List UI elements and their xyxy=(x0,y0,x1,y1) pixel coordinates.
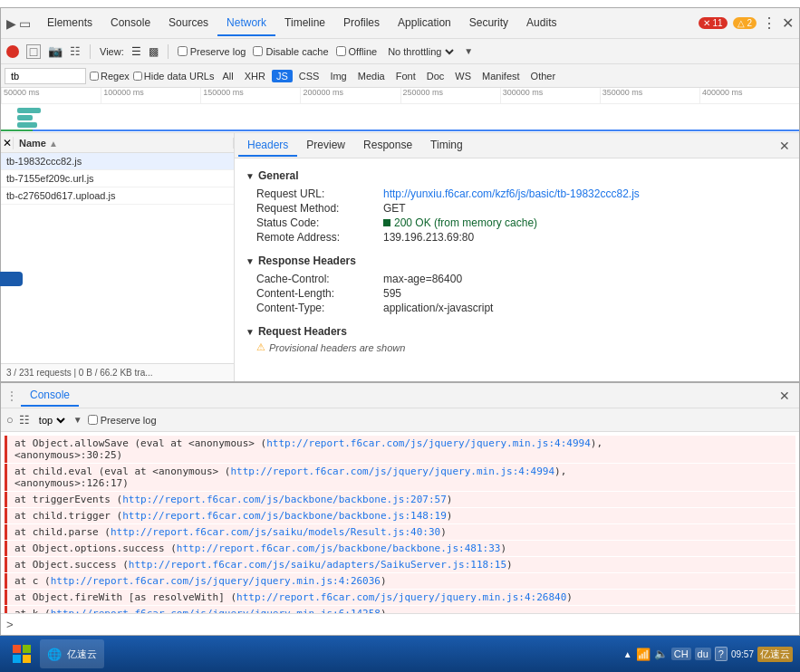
split-panel: ✕ Name ▲ tb-19832ccc82.js tb-7155ef209c.… xyxy=(1,133,799,381)
start-button[interactable] xyxy=(4,638,40,670)
detail-tab-headers[interactable]: Headers xyxy=(238,135,297,157)
waterfall-view-icon[interactable]: ▩ xyxy=(149,45,159,58)
detail-close-button[interactable]: ✕ xyxy=(774,139,795,153)
console-tab-console[interactable]: Console xyxy=(21,385,79,407)
console-error-0: at Object.allowSave (eval at <anonymous>… xyxy=(5,436,795,463)
console-context-arrow[interactable]: ▼ xyxy=(73,415,82,425)
taskbar-browser-item[interactable]: 🌐 亿速云 xyxy=(40,639,104,668)
link-triggerevents[interactable]: http://report.f6car.com/js/backbone/back… xyxy=(122,494,447,505)
detail-tab-timing[interactable]: Timing xyxy=(421,135,472,157)
console-input[interactable] xyxy=(19,619,794,631)
regex-input[interactable] xyxy=(90,72,99,81)
link-optionssuccess[interactable]: http://report.f6car.com/js/backbone/back… xyxy=(177,542,501,554)
disable-cache-checkbox[interactable]: Disable cache xyxy=(253,46,328,57)
link-c[interactable]: http://report.f6car.com/js/jquery/jquery… xyxy=(51,575,381,587)
taskbar-items: 🌐 亿速云 xyxy=(40,639,623,668)
tab-audits[interactable]: Audits xyxy=(517,11,565,36)
request-headers-content: ⚠ Provisional headers are shown xyxy=(256,341,788,353)
provisional-headers-row: ⚠ Provisional headers are shown xyxy=(256,341,788,353)
console-drag-icon[interactable]: ⋮ xyxy=(6,389,17,402)
detail-tab-response[interactable]: Response xyxy=(354,135,421,157)
request-item-0[interactable]: tb-19832ccc82.js xyxy=(1,153,234,170)
filter-img[interactable]: Img xyxy=(325,70,351,82)
filter-css[interactable]: CSS xyxy=(294,70,324,82)
warning-icon: ⚠ xyxy=(256,341,265,353)
request-headers-section-title[interactable]: ▼ Request Headers xyxy=(246,322,788,341)
list-view-icon[interactable]: ☰ xyxy=(131,45,141,58)
console-context-select[interactable]: top xyxy=(35,414,68,427)
console-topbar: ⋮ Console ✕ xyxy=(1,383,799,408)
request-item-2[interactable]: tb-c27650d617.upload.js xyxy=(1,187,234,205)
devtools-device-icon[interactable]: ▭ xyxy=(19,16,31,31)
filter-input[interactable] xyxy=(5,68,86,84)
taskbar-up-arrow[interactable]: ▲ xyxy=(623,649,632,659)
close-devtools-icon[interactable]: ✕ xyxy=(782,14,794,32)
filter-doc[interactable]: Doc xyxy=(422,70,449,82)
request-item-1[interactable]: tb-7155ef209c.url.js xyxy=(1,170,234,187)
taskbar-user-indicator[interactable]: du xyxy=(695,648,711,660)
console-close-button[interactable]: ✕ xyxy=(776,389,794,403)
requests-items: tb-19832ccc82.js tb-7155ef209c.url.js tb… xyxy=(1,153,234,363)
response-headers-section-title[interactable]: ▼ Response Headers xyxy=(246,251,788,271)
requests-list: ✕ Name ▲ tb-19832ccc82.js tb-7155ef209c.… xyxy=(1,133,235,381)
console-preserve-log[interactable]: Preserve log xyxy=(88,415,157,426)
tab-profiles[interactable]: Profiles xyxy=(334,11,389,36)
network-toolbar: □ 📷 ☷ View: ☰ ▩ Preserve log Disable cac… xyxy=(1,39,799,64)
tab-elements[interactable]: Elements xyxy=(38,11,101,36)
preserve-log-checkbox[interactable]: Preserve log xyxy=(178,46,246,57)
tab-network[interactable]: Network xyxy=(217,11,275,36)
console-clear-icon[interactable]: ○ xyxy=(6,413,14,427)
offline-checkbox[interactable]: Offline xyxy=(336,46,378,57)
filter-icon[interactable]: ☷ xyxy=(70,44,81,58)
taskbar-yiyun-icon[interactable]: 亿速云 xyxy=(757,647,793,662)
filter-xhr[interactable]: XHR xyxy=(240,70,270,82)
sidebar-contact[interactable]: 联系我们 xyxy=(0,272,23,286)
filter-manifest[interactable]: Manifest xyxy=(477,70,525,82)
camera-icon[interactable]: 📷 xyxy=(48,44,63,58)
taskbar-clock[interactable]: 09:57 xyxy=(731,649,754,659)
stop-icon[interactable]: □ xyxy=(26,44,41,59)
detail-content: ▼ General Request URL: http://yunxiu.f6c… xyxy=(235,158,799,381)
throttling-dropdown-icon[interactable]: ▼ xyxy=(464,46,473,56)
filter-media[interactable]: Media xyxy=(353,70,390,82)
more-options-icon[interactable]: ⋮ xyxy=(762,14,776,32)
console-error-9: at k (http://report.f6car.com/js/jquery/… xyxy=(5,606,795,613)
hide-data-urls-checkbox[interactable]: Hide data URLs xyxy=(133,71,215,82)
link-firewith[interactable]: http://report.f6car.com/js/jquery/jquery… xyxy=(236,591,566,603)
filter-ws[interactable]: WS xyxy=(450,70,476,82)
general-section-title[interactable]: ▼ General xyxy=(246,166,788,186)
link-childparse[interactable]: http://report.f6car.com/js/saiku/models/… xyxy=(111,526,440,538)
timeline-mark-7: 400000 ms xyxy=(699,88,799,103)
offline-input[interactable] xyxy=(336,46,346,56)
detail-tab-preview[interactable]: Preview xyxy=(297,135,354,157)
tab-console[interactable]: Console xyxy=(101,11,159,36)
tab-application[interactable]: Application xyxy=(389,11,460,36)
filter-font[interactable]: Font xyxy=(391,70,420,82)
taskbar-lang-indicator[interactable]: CH xyxy=(671,648,691,660)
console-preserve-input[interactable] xyxy=(88,415,98,425)
filter-js[interactable]: JS xyxy=(272,70,293,82)
link-objectsuccess[interactable]: http://report.f6car.com/js/saiku/adapter… xyxy=(129,559,506,571)
tab-sources[interactable]: Sources xyxy=(159,11,217,36)
regex-checkbox[interactable]: Regex xyxy=(90,71,130,82)
tab-timeline[interactable]: Timeline xyxy=(275,11,334,36)
devtools-inspect-icon[interactable]: ▶ xyxy=(6,16,16,31)
tab-security[interactable]: Security xyxy=(460,11,517,36)
link-childtrigger[interactable]: http://report.f6car.com/js/backbone/back… xyxy=(122,510,447,522)
disable-cache-input[interactable] xyxy=(253,46,263,56)
taskbar-volume-icon[interactable]: 🔈 xyxy=(654,648,668,660)
record-button[interactable] xyxy=(6,45,19,58)
filter-all[interactable]: All xyxy=(217,70,237,82)
timeline-mark-3: 200000 ms xyxy=(300,88,400,103)
link-allowsave[interactable]: http://report.f6car.com/js/jquery/jquery… xyxy=(266,437,591,449)
requests-list-close[interactable]: ✕ xyxy=(1,137,14,149)
console-filter-icon[interactable]: ☷ xyxy=(19,413,30,427)
link-childeval[interactable]: http://report.f6car.com/js/jquery/jquery… xyxy=(230,466,554,477)
taskbar-browser-label: 亿速云 xyxy=(67,648,97,661)
preserve-log-input[interactable] xyxy=(178,46,188,56)
filter-other[interactable]: Other xyxy=(526,70,561,82)
taskbar-network-icon[interactable]: 📶 xyxy=(636,648,651,661)
taskbar-help-icon[interactable]: ? xyxy=(715,647,728,661)
hide-data-urls-input[interactable] xyxy=(133,72,142,81)
throttling-select[interactable]: No throttling Fast 3G Slow 3G xyxy=(384,45,457,58)
